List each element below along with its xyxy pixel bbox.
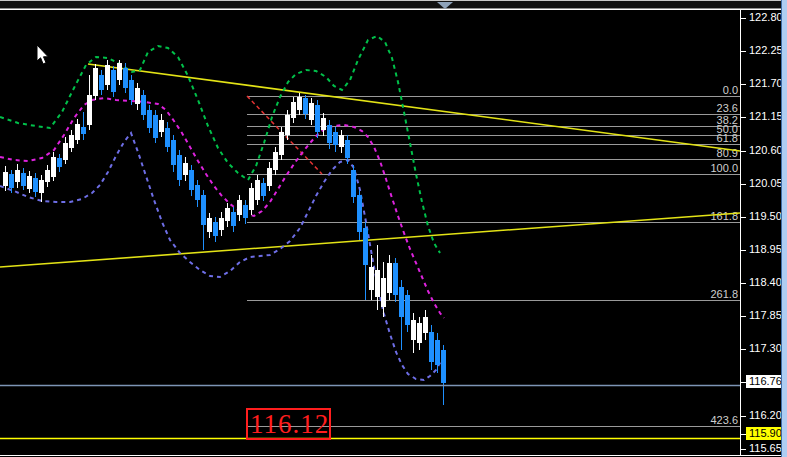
candle-down	[189, 170, 194, 190]
candle-up	[297, 97, 302, 110]
candle-up	[87, 95, 92, 125]
candle-up	[237, 200, 242, 215]
candle-down	[141, 95, 146, 115]
candle-up	[15, 170, 20, 182]
candle-down	[99, 75, 104, 90]
cursor-arrow-icon	[37, 45, 48, 64]
window-edge	[781, 0, 787, 457]
candle-down	[357, 195, 362, 232]
candle-up	[27, 176, 32, 189]
candle-down	[303, 98, 308, 114]
band-lower-line	[0, 133, 441, 380]
candle-down	[243, 205, 248, 218]
candle-up	[309, 103, 314, 120]
candle-up	[339, 135, 344, 147]
candle-up	[39, 180, 44, 193]
candle-down	[201, 195, 206, 225]
mouse-cursor	[36, 44, 52, 66]
candle-up	[105, 65, 110, 85]
candle-up	[117, 63, 122, 80]
candle-down	[435, 340, 440, 365]
fib-level-label: 423.6	[710, 414, 738, 426]
candle-up	[51, 157, 56, 177]
candle-down	[363, 228, 368, 265]
candle-down	[81, 127, 86, 134]
candle-up	[291, 102, 296, 118]
candle-up	[267, 168, 272, 186]
candle-down	[327, 125, 332, 143]
candle-up	[93, 68, 98, 96]
candle-down	[429, 332, 434, 362]
candle-up	[279, 132, 284, 155]
trendline-descending[interactable]	[88, 64, 740, 151]
trading-chart-window: 0.023.638.250.061.880.9100.0161.8261.842…	[0, 0, 787, 457]
candle-down	[111, 70, 116, 92]
candle-up	[183, 163, 188, 175]
candle-down	[57, 158, 62, 167]
candle-down	[213, 222, 218, 236]
candle-down	[165, 128, 170, 147]
candle-up	[381, 278, 386, 307]
candle-up	[45, 170, 50, 182]
candle-up	[75, 124, 80, 140]
candle-up	[255, 180, 260, 200]
fib-level-label: 100.0	[710, 162, 738, 174]
candle-up	[69, 135, 74, 148]
candle-down	[129, 80, 134, 100]
candle-up	[369, 267, 374, 290]
candle-down	[393, 263, 398, 295]
candle-down	[351, 170, 356, 197]
candle-down	[399, 287, 404, 317]
candle-up	[411, 320, 416, 340]
candle-up	[225, 208, 230, 221]
fib-level-label: 261.8	[710, 288, 738, 300]
candle-down	[33, 178, 38, 192]
price-chart: 0.023.638.250.061.880.9100.0161.8261.842…	[0, 0, 787, 457]
candle-down	[123, 68, 128, 88]
candle-up	[387, 263, 392, 293]
candle-down	[153, 115, 158, 138]
candle-down	[177, 155, 182, 180]
trendline-ascending[interactable]	[0, 213, 740, 267]
price-alert-label[interactable]: 116.12	[246, 408, 331, 440]
candle-down	[405, 295, 410, 325]
candle-up	[423, 317, 428, 333]
candle-up	[135, 88, 140, 104]
candle-down	[315, 105, 320, 132]
candle-up	[375, 270, 380, 297]
candle-up	[159, 120, 164, 132]
fib-level-label: 23.6	[717, 102, 738, 114]
fib-level-label: 0.0	[723, 84, 738, 96]
candle-down	[261, 183, 266, 196]
candle-up	[417, 323, 422, 343]
candle-down	[333, 132, 338, 145]
fib-level-label: 61.8	[717, 132, 738, 144]
candle-down	[231, 212, 236, 226]
candle-up	[273, 152, 278, 170]
candle-up	[3, 172, 8, 186]
candle-up	[285, 115, 290, 135]
candle-down	[147, 110, 152, 128]
candle-up	[321, 118, 326, 130]
candle-down	[441, 350, 446, 383]
fib-level-label: 161.8	[710, 210, 738, 222]
candle-down	[345, 140, 350, 158]
candle-up	[219, 218, 224, 230]
candle-up	[207, 218, 212, 232]
candle-down	[195, 185, 200, 200]
candle-down	[171, 140, 176, 165]
candle-down	[21, 173, 26, 186]
candle-up	[249, 188, 254, 210]
candle-up	[63, 143, 68, 160]
candle-down	[9, 174, 14, 188]
